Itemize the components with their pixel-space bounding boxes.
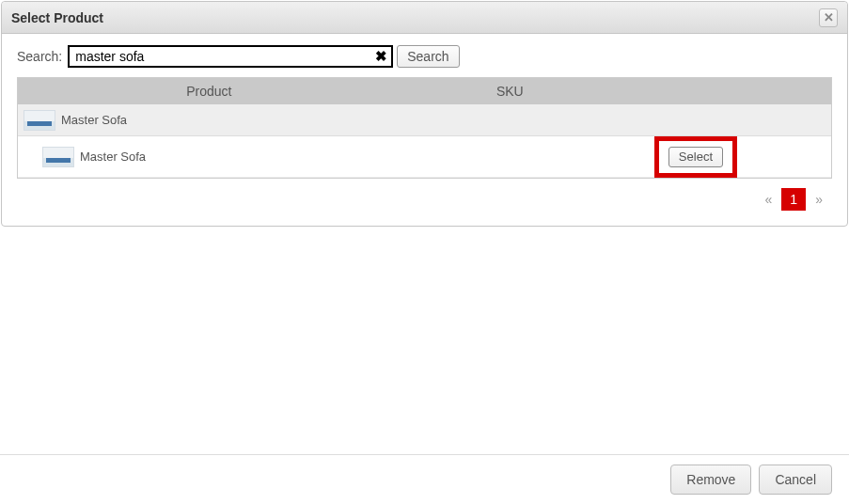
clear-search-icon[interactable]: ✖ bbox=[372, 48, 389, 65]
item-name: Master Sofa bbox=[80, 150, 146, 164]
select-product-dialog: Select Product ✕ Search: ✖ Search Produc… bbox=[1, 1, 848, 227]
dialog-footer: Remove Cancel bbox=[0, 454, 849, 504]
dialog-content: Search: ✖ Search Product SKU Master Sofa… bbox=[2, 34, 847, 226]
group-name: Master Sofa bbox=[61, 113, 127, 127]
close-icon[interactable]: ✕ bbox=[819, 8, 838, 27]
search-row: Search: ✖ Search bbox=[17, 45, 832, 68]
col-product: Product bbox=[18, 84, 401, 99]
search-wrapper: ✖ bbox=[68, 45, 393, 68]
table-header: Product SKU bbox=[18, 78, 831, 104]
dialog-titlebar: Select Product ✕ bbox=[2, 2, 847, 34]
search-input[interactable] bbox=[68, 45, 393, 68]
page-prev-icon[interactable]: « bbox=[761, 188, 776, 211]
page-next-icon[interactable]: » bbox=[811, 188, 826, 211]
search-label: Search: bbox=[17, 49, 62, 64]
product-thumbnail-icon bbox=[42, 147, 74, 167]
dialog-title: Select Product bbox=[11, 10, 819, 25]
select-highlight: Select bbox=[654, 136, 737, 178]
results-table: Product SKU Master Sofa Master Sofa Sele… bbox=[17, 77, 832, 179]
product-item-row: Master Sofa Select bbox=[18, 136, 831, 178]
search-button[interactable]: Search bbox=[397, 45, 459, 68]
product-group-row[interactable]: Master Sofa bbox=[18, 104, 831, 136]
product-thumbnail-icon bbox=[24, 110, 55, 131]
pagination: « 1 » bbox=[17, 188, 832, 211]
col-sku: SKU bbox=[401, 84, 621, 99]
select-button[interactable]: Select bbox=[668, 147, 723, 167]
remove-button[interactable]: Remove bbox=[670, 465, 751, 495]
cancel-button[interactable]: Cancel bbox=[759, 465, 832, 495]
page-current[interactable]: 1 bbox=[781, 188, 806, 211]
